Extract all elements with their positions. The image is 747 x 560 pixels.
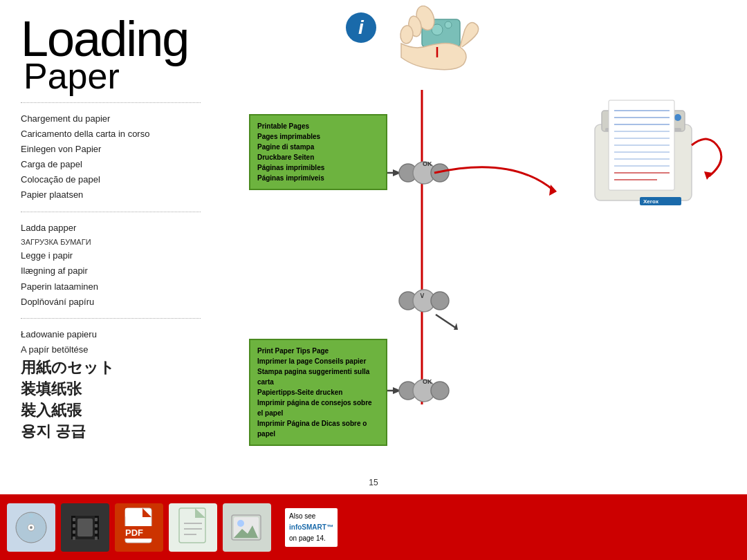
- svg-marker-9: [393, 169, 401, 176]
- green-box-bottom-line4: Papiertipps-Seite drucken: [257, 387, 379, 398]
- lang-text-de: Einlegen von Papier: [21, 142, 201, 157]
- lang-text-da: Ilægning af papir: [21, 263, 201, 279]
- lang-text-nl: Papier plaatsen: [21, 187, 201, 203]
- green-box-bottom-line3: Stampa pagina suggerimenti sulla carta: [257, 366, 379, 387]
- svg-text:Xerox: Xerox: [643, 198, 659, 205]
- green-box-bottom-line6: Imprimir Página de Dicas sobre o papel: [257, 418, 379, 439]
- bottom-icon-cd: [7, 503, 55, 552]
- page-number: 15: [369, 478, 378, 487]
- svg-rect-63: [77, 519, 93, 536]
- also-see-label: Also see: [289, 512, 315, 520]
- svg-line-19: [436, 315, 456, 328]
- green-box-print-tips: Print Paper Tips Page Imprimer la page C…: [249, 339, 387, 446]
- lang-text-fr: Chargement du papier: [21, 111, 201, 127]
- svg-marker-14: [549, 185, 557, 196]
- infosmart-info: Also see infoSMART™ on page 14.: [285, 508, 338, 547]
- svg-text:∨: ∨: [419, 290, 425, 300]
- svg-point-31: [674, 114, 681, 121]
- bottom-icon-doc: [169, 503, 217, 552]
- lang-group-1: Chargement du papier Caricamento della c…: [21, 111, 201, 203]
- green-box-bottom-line5: Imprimir página de consejos sobre el pap…: [257, 398, 379, 418]
- svg-rect-56: [73, 524, 75, 528]
- svg-rect-57: [73, 530, 75, 534]
- svg-point-10: [399, 164, 417, 182]
- svg-rect-58: [73, 536, 75, 540]
- lang-text-zh-tw: 裝入紙張: [21, 400, 201, 422]
- green-box-top-line6: Páginas imprimíveis: [257, 173, 379, 183]
- svg-point-2: [445, 21, 452, 28]
- svg-rect-69: [179, 508, 205, 543]
- svg-point-51: [29, 514, 33, 518]
- bottom-bar: PDF Also see infoSMART™ on page 14.: [0, 494, 747, 560]
- divider-1: [21, 102, 201, 103]
- printer-illustration: Xerox: [588, 90, 733, 252]
- page-content: Loading Paper Chargement du papier Caric…: [0, 0, 747, 560]
- svg-point-16: [413, 290, 435, 312]
- divider-2: [21, 212, 201, 212]
- green-box-top-line2: Pages imprimables: [257, 131, 379, 142]
- bottom-icon-pdf: PDF: [115, 503, 163, 552]
- lang-text-pt: Colocação de papel: [21, 172, 201, 187]
- svg-marker-22: [393, 387, 401, 394]
- svg-rect-60: [95, 524, 98, 528]
- svg-point-17: [431, 292, 449, 310]
- lang-text-cs: Doplňování papíru: [21, 295, 201, 310]
- hand-illustration: [360, 6, 498, 84]
- svg-point-24: [413, 380, 435, 402]
- lang-group-2: Ladda papper ЗАГРУЗКА БУМАГИ Legge i pap…: [21, 221, 201, 310]
- lang-group-3: Ładowanie papieru A papír betöltése 用紙のセ…: [21, 327, 201, 442]
- svg-point-5: [400, 25, 414, 44]
- svg-marker-20: [454, 323, 458, 330]
- svg-point-23: [399, 382, 417, 400]
- svg-point-76: [237, 520, 244, 527]
- lang-text-es: Carga de papel: [21, 157, 201, 172]
- infosmart-text: Also see infoSMART™ on page 14.: [285, 508, 338, 547]
- bottom-icon-photos: [223, 503, 271, 552]
- svg-rect-59: [95, 518, 98, 521]
- lang-text-pl: Ładowanie papieru: [21, 327, 201, 342]
- svg-text:PDF: PDF: [125, 528, 143, 538]
- svg-point-13: [431, 164, 449, 182]
- lang-text-no: Legge i papir: [21, 248, 201, 263]
- svg-point-11: [413, 162, 435, 184]
- svg-rect-55: [73, 518, 75, 521]
- lang-text-fi: Paperin lataaminen: [21, 279, 201, 295]
- lang-text-zh-cn: 装填纸张: [21, 379, 201, 400]
- divider-3: [21, 318, 201, 319]
- green-box-top-line4: Druckbare Seiten: [257, 152, 379, 162]
- lang-text-hu: A papír betöltése: [21, 342, 201, 357]
- green-box-printable-pages: Printable Pages Pages imprimables Pagine…: [249, 114, 387, 190]
- svg-rect-66: [125, 508, 142, 517]
- svg-point-26: [431, 382, 449, 400]
- svg-point-50: [30, 526, 33, 529]
- left-column: Loading Paper Chargement du papier Caric…: [0, 0, 221, 560]
- lang-text-sv: Ladda papper: [21, 221, 201, 236]
- lang-text-ru: ЗАГРУЗКА БУМАГИ: [21, 236, 201, 249]
- lang-text-ja: 用紙のセット: [21, 357, 201, 379]
- green-box-bottom-line1: Print Paper Tips Page: [257, 346, 379, 356]
- green-box-top-line3: Pagine di stampa: [257, 142, 379, 152]
- svg-rect-61: [95, 530, 98, 534]
- green-box-top-line5: Páginas imprimibles: [257, 162, 379, 173]
- svg-rect-62: [95, 536, 98, 540]
- green-box-top-line1: Printable Pages: [257, 121, 379, 131]
- svg-point-15: [399, 292, 417, 310]
- lang-text-it: Caricamento della carta in corso: [21, 127, 201, 142]
- lang-text-ko: 용지 공급: [21, 421, 201, 442]
- svg-text:OK: OK: [423, 160, 432, 167]
- infosmart-suffix: on page 14.: [289, 534, 326, 542]
- svg-text:OK: OK: [423, 378, 432, 385]
- diagram-area: i: [221, 0, 747, 560]
- green-box-bottom-line2: Imprimer la page Conseils papier: [257, 356, 379, 366]
- infosmart-label: infoSMART™: [289, 523, 333, 531]
- bottom-icon-film: [61, 503, 109, 552]
